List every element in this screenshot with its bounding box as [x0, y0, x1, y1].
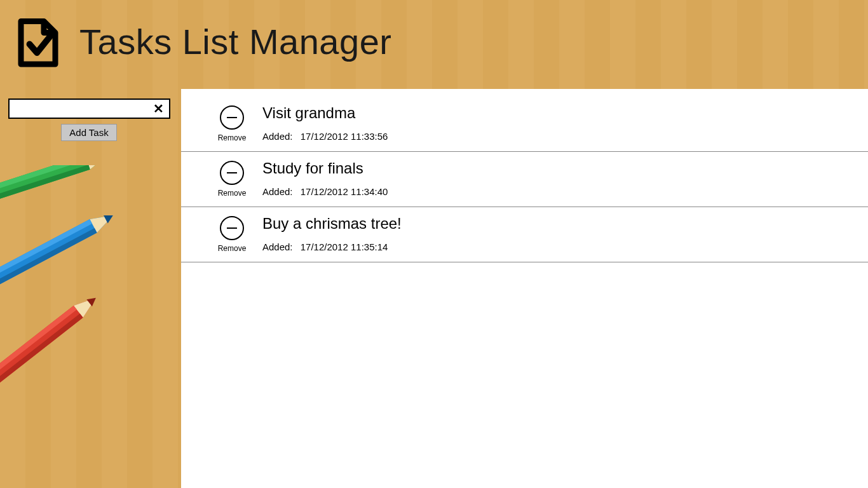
task-row: Remove Visit grandma Added: 17/12/2012 1… — [181, 97, 868, 152]
added-prefix: Added: — [262, 186, 293, 197]
task-content: Buy a chrismas tree! Added: 17/12/2012 1… — [262, 215, 849, 252]
task-meta: Added: 17/12/2012 11:35:14 — [262, 241, 849, 252]
remove-label: Remove — [218, 133, 247, 142]
task-list: Remove Visit grandma Added: 17/12/2012 1… — [181, 97, 868, 262]
add-task-button[interactable]: Add Task — [61, 124, 116, 141]
task-title: Visit grandma — [262, 104, 849, 122]
remove-button[interactable] — [220, 216, 244, 240]
remove-label: Remove — [218, 244, 247, 253]
task-panel: Remove Visit grandma Added: 17/12/2012 1… — [181, 89, 868, 488]
added-prefix: Added: — [262, 131, 293, 142]
remove-control: Remove — [213, 215, 251, 253]
remove-control: Remove — [213, 104, 251, 142]
sidebar: ✕ Add Task — [6, 98, 172, 141]
task-row: Remove Study for finals Added: 17/12/201… — [181, 152, 868, 207]
task-content: Visit grandma Added: 17/12/2012 11:33:56 — [262, 104, 849, 142]
task-meta: Added: 17/12/2012 11:34:40 — [262, 186, 849, 197]
task-title: Buy a chrismas tree! — [262, 215, 849, 233]
remove-control: Remove — [213, 159, 251, 198]
remove-button[interactable] — [220, 105, 244, 130]
app-header: Tasks List Manager — [0, 0, 868, 76]
clear-input-icon[interactable]: ✕ — [151, 102, 166, 115]
task-meta: Added: 17/12/2012 11:33:56 — [262, 131, 849, 142]
added-timestamp: 17/12/2012 11:33:56 — [301, 131, 388, 142]
minus-icon — [227, 172, 237, 174]
task-row: Remove Buy a chrismas tree! Added: 17/12… — [181, 207, 868, 262]
remove-label: Remove — [218, 189, 247, 198]
added-prefix: Added: — [262, 241, 293, 252]
task-content: Study for finals Added: 17/12/2012 11:34… — [262, 159, 849, 197]
task-input-container: ✕ — [8, 98, 170, 119]
task-title: Study for finals — [262, 159, 849, 177]
app-title: Tasks List Manager — [79, 21, 391, 62]
minus-icon — [227, 117, 237, 119]
remove-button[interactable] — [220, 161, 244, 185]
task-input[interactable] — [15, 103, 151, 114]
app-logo-icon — [10, 13, 67, 70]
minus-icon — [227, 227, 237, 229]
added-timestamp: 17/12/2012 11:35:14 — [301, 241, 388, 252]
added-timestamp: 17/12/2012 11:34:40 — [301, 186, 388, 197]
